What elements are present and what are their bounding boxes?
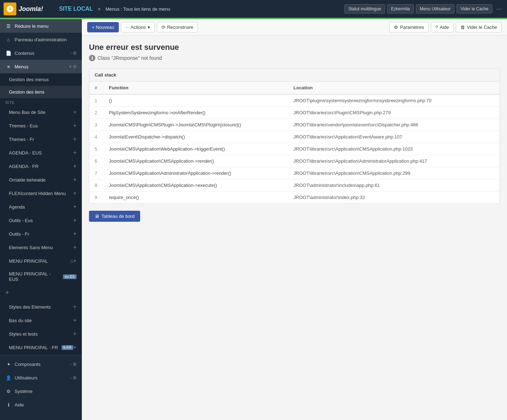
sidebar-item-reduce-menu[interactable]: ☰ Réduire le menu [0,19,82,33]
sidebar-item-menu-principal-fr[interactable]: MENU PRINCIPAL - FR fr-FR + [0,341,82,354]
plus-icon7[interactable]: + [73,190,76,196]
row-location: JROOT\administrator\includes\app.php:61 [288,179,500,191]
callstack-box: Call stack # Function Location 1 () JROO… [89,68,500,204]
plus-icon9[interactable]: + [73,217,76,224]
sidebar-item-outils-eus[interactable]: Outils - Eus + [0,214,82,227]
plus-icon3[interactable]: + [73,136,76,142]
sidebar-item-styles-tests[interactable]: Styles et tests + [0,327,82,341]
sidebar-item-themes-fr[interactable]: Themes - Fr + [0,132,82,146]
sidebar-item-menus[interactable]: ≡ Menus ▾ ⊞ [0,60,82,73]
dashboard-button[interactable]: 🖥 Tableau de bord [89,211,140,222]
actions-button[interactable]: ··· Actions ▾ [121,22,154,32]
plus-icon4[interactable]: + [73,149,76,156]
table-row: 1 () JROOT\plugins\system\sysbreezingfor… [89,94,500,107]
sidebar-item-elements-sans-menu[interactable]: Elements Sans Menu + [0,241,82,254]
error-info-icon: ℹ [89,55,95,61]
sidebar-item-menu-bas-site[interactable]: Menu Bas de Site + [0,105,82,119]
row-num: 4 [89,131,104,143]
sidebar-item-add[interactable]: + [0,285,82,300]
error-title: Une erreur est survenue [89,43,500,52]
sidebar-item-outils-fr[interactable]: Outils - Fr + [0,227,82,241]
statut-multilingue-button[interactable]: Statut multilingue [344,4,385,14]
plus-icon15[interactable]: + [73,331,76,337]
sidebar-item-bas-site[interactable]: Bas du site + [0,314,82,327]
nouveau-button[interactable]: + Nouveau [87,22,119,32]
sidebar-item-agenda[interactable]: Agenda + [0,200,82,214]
sidebar-item-aide[interactable]: ℹ Aide [0,398,82,411]
plus-icon12[interactable]: + [73,258,76,264]
divider1 [0,356,82,356]
arrow-down-icon: ▾ [69,64,72,69]
row-function: Joomla\CMS\Application\AdministratorAppl… [104,167,288,179]
plus-icon2[interactable]: + [73,122,76,129]
sidebar-item-agenda-fr[interactable]: AGENDA - FR + [0,159,82,173]
plus-icon5[interactable]: + [73,163,76,169]
sidebar-item-utilisateurs[interactable]: 👤 Utilisateurs › ⊞ [0,371,82,384]
row-function: () [104,94,288,107]
row-num: 9 [89,191,104,204]
row-location: JROOT\libraries\src\Application\Administ… [288,155,500,167]
plus-icon10[interactable]: + [73,231,76,237]
sidebar-item-gestion-liens[interactable]: Gestion des liens [0,86,82,98]
sidebar-item-menu-principal[interactable]: MENU PRINCIPAL ⌂ + [0,254,82,268]
menu-icon: ☰ [5,23,12,29]
sidebar-item-menu-principal-eus[interactable]: MENU PRINCIPAL - EUS eu-ES [0,268,82,285]
sidebar-item-panneau[interactable]: ⌂ Panneau d'administration [0,33,82,46]
sidebar-item-styles-elements[interactable]: Styles des Elements + [0,300,82,314]
table-row: 9 require_once() JROOT\administrator\ind… [89,191,500,204]
row-num: 5 [89,143,104,155]
reconstruire-button[interactable]: ⟳ Reconstruire [157,22,198,32]
col-function: Function [104,82,288,94]
logo-text: Joomla! [19,5,43,13]
sidebar-item-gestion-menus[interactable]: Gestion des menus [0,73,82,86]
sidebar-item-themes-eus[interactable]: Themes - Eus + [0,119,82,132]
row-num: 8 [89,179,104,191]
lang-badge-eu-es: eu-ES [63,274,76,279]
help-icon: ℹ [5,401,12,408]
main-content: + Nouveau ··· Actions ▾ ⟳ Reconstruire ⚙… [82,19,507,420]
sidebar-item-contenus[interactable]: 📄 Contenus › ⊞ [0,46,82,60]
plus-icon6[interactable]: + [73,177,76,183]
content-area: Une erreur est survenue ℹ Class "JRespon… [82,36,507,420]
row-function: Joomla\CMS\Application\CMSApplication->e… [104,179,288,191]
topbar-actions: Statut multilingue Ezkermila Menu Utilis… [344,4,503,15]
add-icon[interactable]: + [5,289,9,296]
callstack-header: Call stack [89,69,500,82]
sidebar-item-flexicontent[interactable]: FLEXIcontent Hidden Menu + [0,187,82,200]
list-icon: ≡ [5,63,12,70]
parametres-button[interactable]: ⚙ Paramètres [389,22,428,32]
row-function: Joomla\Event\Dispatcher->dispatch() [104,131,288,143]
row-num: 7 [89,167,104,179]
row-location: JROOT\plugins\system\sysbreezingforms\sy… [288,94,500,107]
plus-icon14[interactable]: + [73,317,76,324]
plus-icon[interactable]: + [73,109,76,115]
menu-utilisateur-button[interactable]: Menu Utilisateur [416,4,455,14]
home-icon: ⌂ [5,36,12,43]
row-location: JROOT\libraries\src\Plugin\CMSPlugin.php… [288,107,500,119]
table-row: 4 Joomla\Event\Dispatcher->dispatch() JR… [89,131,500,143]
sidebar-item-agenda-eus[interactable]: AGENDA - EUS + [0,146,82,159]
more-options-icon[interactable]: ··· [495,4,503,15]
sidebar-item-orrialde[interactable]: Orrialde behealde + [0,173,82,187]
layout: ☰ Réduire le menu ⌂ Panneau d'administra… [0,19,507,420]
table-row: 2 PlgSystemSysbreezingforms->onAfterRend… [89,107,500,119]
question-icon: ? [435,25,438,30]
plus-icon16[interactable]: + [73,344,76,351]
home-small-icon: ⌂ [70,258,73,264]
plus-icon13[interactable]: + [73,304,76,310]
plus-icon11[interactable]: + [73,244,76,251]
table-row: 6 Joomla\CMS\Application\CMSApplication-… [89,155,500,167]
stack-table: # Function Location 1 () JROOT\plugins\s… [89,82,500,203]
topbar: Joomla! SITE LOCAL ≡ Menus : Tous les li… [0,0,507,18]
aide-button[interactable]: ? Aide [431,22,454,32]
plus-icon8[interactable]: + [73,204,76,210]
menus-submenu: Gestion des menus Gestion des liens Site… [0,73,82,354]
gear-icon: ⚙ [394,25,398,30]
users-icon: 👤 [5,374,12,381]
grid-icon2: ⊞ [73,64,76,69]
vider-cache-topbar-button[interactable]: Vider le Cache [456,4,492,14]
ezkermila-button[interactable]: Ezkermila [387,4,414,14]
sidebar-item-systeme[interactable]: ⚙ Système [0,384,82,398]
vider-cache-button[interactable]: 🗑 Vider le Cache [456,22,502,32]
sidebar-item-composants[interactable]: ✦ Composants › ⊞ [0,357,82,371]
